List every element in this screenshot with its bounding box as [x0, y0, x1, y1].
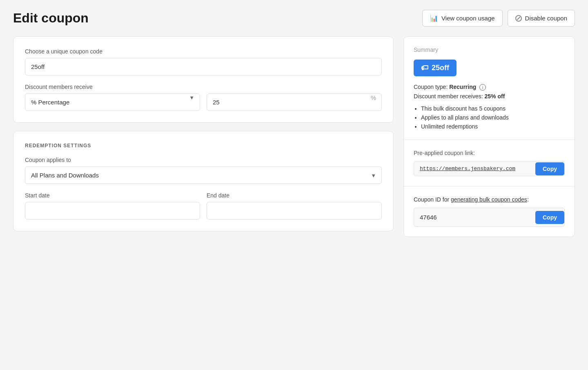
discount-summary-prefix: Discount member receives: [414, 93, 483, 100]
coupon-id-label-after: : [527, 196, 529, 203]
percent-sign-icon: % [371, 94, 376, 101]
start-date-wrapper: Start date [25, 192, 200, 219]
coupon-code-input[interactable] [25, 58, 382, 75]
start-date-input[interactable] [25, 202, 200, 219]
summary-bullet-0: This bulk discount has 5 coupons [421, 105, 565, 112]
end-date-input[interactable] [207, 202, 382, 219]
view-coupon-usage-button[interactable]: 📊 View coupon usage [422, 10, 503, 27]
discount-summary-line: Discount member receives: 25% off [414, 93, 565, 100]
pre-applied-section: Pre-applied coupon link: https://members… [404, 140, 575, 186]
coupon-id-section: ➜ Coupon ID for generating bulk coupon c… [404, 186, 575, 237]
disable-coupon-button[interactable]: Disable coupon [508, 10, 575, 27]
coupon-id-value: 47646 [414, 208, 535, 226]
summary-bullets: This bulk discount has 5 coupons Applies… [414, 105, 565, 130]
summary-title: Summary [414, 47, 565, 53]
left-panel: Choose a unique coupon code Discount mem… [13, 36, 394, 231]
info-icon[interactable]: i [479, 84, 486, 91]
coupon-code-label: Choose a unique coupon code [25, 48, 382, 55]
view-usage-label: View coupon usage [441, 15, 495, 22]
pre-applied-link: https://members.jensbakery.com [414, 162, 535, 176]
coupon-type-value: Recurring [449, 84, 476, 90]
coupon-badge-text: 25off [432, 64, 449, 72]
pre-applied-label: Pre-applied coupon link: [414, 150, 565, 156]
disable-icon [515, 15, 522, 22]
redemption-settings-card: REDEMPTION SETTINGS Coupon applies to Al… [13, 131, 394, 231]
summary-bullet-1: Applies to all plans and downloads [421, 114, 565, 121]
applies-to-wrapper: All Plans and Downloads ▼ [25, 166, 382, 184]
discount-summary-value: 25% off [485, 93, 505, 100]
id-copy-row: 47646 Copy [414, 208, 565, 227]
page-title: Edit coupon [13, 11, 89, 26]
coupon-id-copy-button[interactable]: Copy [535, 211, 564, 224]
coupon-type-prefix: Coupon type: [414, 84, 448, 90]
coupon-type-line: Coupon type: Recurring i [414, 84, 565, 91]
redemption-settings-title: REDEMPTION SETTINGS [25, 143, 382, 148]
end-date-wrapper: End date [207, 192, 382, 219]
summary-bullet-2: Unlimited redemptions [421, 123, 565, 130]
discount-type-select[interactable]: % Percentage $ Fixed Amount [25, 93, 200, 111]
header-actions: 📊 View coupon usage Disable coupon [422, 10, 575, 27]
link-copy-row: https://members.jensbakery.com Copy [414, 161, 565, 176]
right-panel: Summary 🏷 25off Coupon type: Recurring i… [403, 36, 575, 237]
coupon-id-label: Coupon ID for generating bulk coupon cod… [414, 196, 565, 203]
coupon-id-label-before: Coupon ID for [414, 196, 451, 203]
summary-section: Summary 🏷 25off Coupon type: Recurring i… [404, 37, 575, 140]
chart-icon: 📊 [430, 14, 438, 22]
tag-icon: 🏷 [421, 64, 428, 72]
coupon-code-card: Choose a unique coupon code Discount mem… [13, 36, 394, 123]
coupon-badge: 🏷 25off [414, 60, 457, 76]
start-date-label: Start date [25, 192, 200, 199]
bulk-coupon-codes-link[interactable]: generating bulk coupon codes [451, 196, 527, 203]
end-date-label: End date [207, 192, 382, 199]
applies-to-label: Coupon applies to [25, 157, 382, 163]
disable-label: Disable coupon [525, 15, 567, 22]
discount-amount-wrapper: % [207, 84, 382, 111]
applies-to-select[interactable]: All Plans and Downloads [25, 166, 382, 184]
discount-type-wrapper: Discount members receive % Percentage $ … [25, 84, 200, 111]
pre-applied-copy-button[interactable]: Copy [535, 162, 564, 175]
discount-type-label: Discount members receive [25, 84, 200, 90]
discount-amount-input[interactable] [207, 93, 382, 111]
